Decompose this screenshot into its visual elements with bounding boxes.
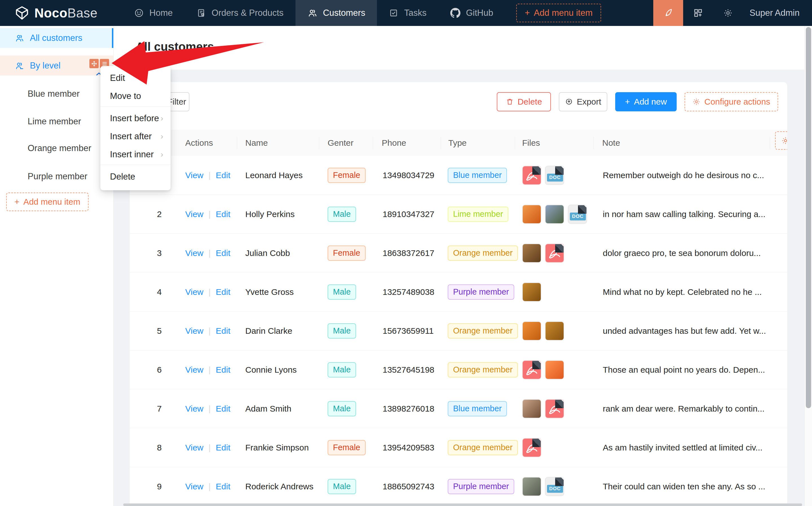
edit-link[interactable]: Edit xyxy=(216,482,230,491)
customer-name: Roderick Andrews xyxy=(245,482,314,491)
add-new-button[interactable]: + Add new xyxy=(615,92,677,111)
nav-item-customers[interactable]: Customers xyxy=(296,0,377,26)
view-link[interactable]: View xyxy=(185,209,203,219)
delete-label: Delete xyxy=(518,97,542,106)
column-header-genter[interactable]: Genter xyxy=(328,130,353,156)
sidebar-item-orange-member[interactable]: Orange member xyxy=(28,140,91,157)
view-link[interactable]: View xyxy=(185,248,203,258)
customer-name: Holly Perkins xyxy=(245,209,295,219)
export-label: Export xyxy=(577,97,601,106)
view-link[interactable]: View xyxy=(185,482,203,491)
row-index: 9 xyxy=(149,482,169,491)
view-link[interactable]: View xyxy=(185,326,203,336)
sidebar-item-blue-member[interactable]: Blue member xyxy=(28,85,80,102)
table-row[interactable]: 9 View|Edit Roderick Andrews Male 188650… xyxy=(130,467,787,506)
nav-item-home[interactable]: Home xyxy=(123,0,185,26)
vertical-scrollbar-thumb[interactable] xyxy=(806,27,811,408)
pdf-file-icon[interactable] xyxy=(522,166,541,185)
image-thumbnail[interactable] xyxy=(522,477,541,496)
menu-item-edit[interactable]: Edit xyxy=(100,70,171,86)
separator: | xyxy=(209,443,211,452)
edit-link[interactable]: Edit xyxy=(216,365,230,374)
configure-actions-button[interactable]: Configure actions xyxy=(684,92,778,111)
doc-file-icon[interactable]: DOC xyxy=(545,477,564,496)
menu-item-insert-before[interactable]: Insert before› xyxy=(100,110,171,126)
view-link[interactable]: View xyxy=(185,287,203,297)
edit-link[interactable]: Edit xyxy=(216,248,230,258)
edit-link[interactable]: Edit xyxy=(216,171,230,180)
menu-item-delete[interactable]: Delete xyxy=(100,169,171,185)
doc-file-icon[interactable]: DOC xyxy=(568,205,587,224)
view-link[interactable]: View xyxy=(185,404,203,414)
nav-item-tasks[interactable]: Tasks xyxy=(377,0,438,26)
gender-tag: Male xyxy=(328,362,356,377)
doc-file-icon[interactable]: DOC xyxy=(545,166,564,185)
table-row[interactable]: 7 View|Edit Adam Smith Male 13898276018 … xyxy=(130,389,787,428)
settings-button[interactable] xyxy=(713,0,743,26)
member-type-tag: Orange member xyxy=(448,440,518,455)
sidebar-item-purple-member[interactable]: Purple member xyxy=(28,168,87,185)
view-link[interactable]: View xyxy=(185,443,203,452)
column-header-files[interactable]: Files xyxy=(522,130,540,156)
sidebar-item-label: By level xyxy=(30,61,61,71)
sidebar-add-menu-item-button[interactable]: + Add menu item xyxy=(6,192,89,211)
pdf-file-icon[interactable] xyxy=(545,244,564,263)
configure-columns-button[interactable] xyxy=(775,132,787,150)
column-header-phone[interactable]: Phone xyxy=(382,130,406,156)
nav-item-orders-products[interactable]: Orders & Products xyxy=(185,0,296,26)
column-header-note[interactable]: Note xyxy=(602,130,620,156)
table-row[interactable]: 3 View|Edit Julian Cobb Female 186383726… xyxy=(130,234,787,273)
vertical-scrollbar[interactable] xyxy=(804,26,812,506)
separator: | xyxy=(209,248,211,258)
navbar-add-menu-item-button[interactable]: + Add menu item xyxy=(516,4,601,22)
table-row[interactable]: 6 View|Edit Connie Lyons Male 1352764519… xyxy=(130,350,787,389)
gender-tag: Female xyxy=(328,440,366,455)
delete-button[interactable]: Delete xyxy=(497,92,551,111)
sidebar-item-lime-member[interactable]: Lime member xyxy=(28,113,81,130)
image-thumbnail[interactable] xyxy=(522,321,541,341)
user-menu[interactable]: Super Admin xyxy=(750,8,800,18)
plus-icon: + xyxy=(14,197,19,206)
edit-link[interactable]: Edit xyxy=(216,287,230,297)
drag-handle-button[interactable] xyxy=(89,59,99,68)
member-type-tag: Purple member xyxy=(448,479,514,494)
pdf-file-icon[interactable] xyxy=(522,438,541,457)
table-row[interactable]: 8 View|Edit Frankie Simpson Female 13954… xyxy=(130,428,787,467)
edit-link[interactable]: Edit xyxy=(216,443,230,452)
image-thumbnail[interactable] xyxy=(522,282,541,302)
row-index: 4 xyxy=(149,287,169,297)
image-thumbnail[interactable] xyxy=(522,399,541,418)
nav-item-github[interactable]: GitHub xyxy=(438,0,505,26)
horizontal-scrollbar-thumb[interactable] xyxy=(123,503,802,506)
edit-link[interactable]: Edit xyxy=(216,326,230,336)
pdf-file-icon[interactable] xyxy=(522,360,541,380)
column-header-type[interactable]: Type xyxy=(448,130,467,156)
menu-item-insert-after[interactable]: Insert after› xyxy=(100,128,171,145)
table-row[interactable]: 5 View|Edit Darin Clarke Male 1567365991… xyxy=(130,312,787,350)
sidebar-item-by-level[interactable]: By level xyxy=(0,56,113,76)
ui-editor-button[interactable] xyxy=(653,0,683,26)
plugin-manager-button[interactable] xyxy=(683,0,713,26)
image-thumbnail[interactable] xyxy=(522,244,541,263)
menu-item-insert-inner[interactable]: Insert inner› xyxy=(100,146,171,163)
column-header-actions[interactable]: Actions xyxy=(185,130,213,156)
view-link[interactable]: View xyxy=(185,171,203,180)
brand[interactable]: NocoBase xyxy=(15,5,97,20)
export-button[interactable]: Export xyxy=(559,92,607,111)
menu-item-label: Edit xyxy=(110,73,125,83)
image-thumbnail[interactable] xyxy=(522,205,541,224)
menu-item-move-to[interactable]: Move to xyxy=(100,88,171,104)
image-thumbnail[interactable] xyxy=(545,321,564,341)
image-thumbnail[interactable] xyxy=(545,205,564,224)
sidebar-item-all-customers[interactable]: All customers xyxy=(0,28,113,48)
edit-link[interactable]: Edit xyxy=(216,209,230,219)
orders-document-icon xyxy=(196,8,206,18)
pdf-file-icon[interactable] xyxy=(545,399,564,418)
column-header-name[interactable]: Name xyxy=(245,130,268,156)
table-row[interactable]: 4 View|Edit Yvette Gross Male 1325748903… xyxy=(130,273,787,312)
view-link[interactable]: View xyxy=(185,365,203,374)
image-thumbnail[interactable] xyxy=(545,360,564,380)
edit-link[interactable]: Edit xyxy=(216,404,230,414)
table-row[interactable]: 2 View|Edit Holly Perkins Male 189103473… xyxy=(130,195,787,234)
table-row[interactable]: 1 View|Edit Leonard Hayes Female 1349803… xyxy=(130,156,787,195)
